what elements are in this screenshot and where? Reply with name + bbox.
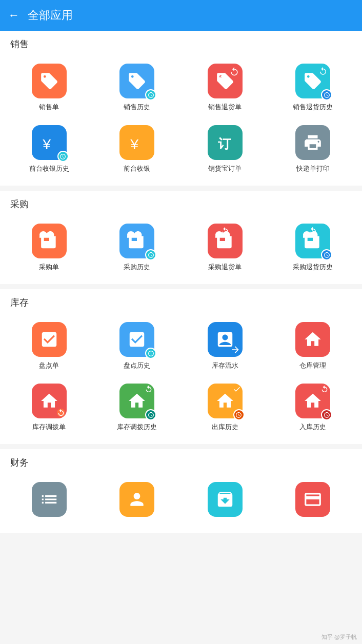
app-inventory-flow[interactable]: 库存流水 xyxy=(181,318,269,374)
app-sales-order[interactable]: 销售单 xyxy=(5,59,93,116)
app-purchase-return[interactable]: 采购退货单 xyxy=(181,219,269,276)
app-label-purchase-return-history: 采购退货历史 xyxy=(293,263,333,272)
app-label-stocktake: 盘点单 xyxy=(39,361,59,370)
section-title-inventory: 库存 xyxy=(0,289,362,313)
app-label-cashier: 前台收银 xyxy=(124,164,150,173)
app-header: ← 全部应用 xyxy=(0,0,362,31)
app-label-purchase-history: 采购历史 xyxy=(124,263,150,272)
app-label-sales-return: 销售退货单 xyxy=(208,103,242,112)
app-label-purchase-order: 采购单 xyxy=(39,263,59,272)
app-label-sales-order: 销售单 xyxy=(39,103,59,112)
app-inbound-history[interactable]: 入库历史 xyxy=(269,379,357,436)
app-sales-return-history[interactable]: 销售退货历史 xyxy=(269,59,357,116)
inventory-grid: 盘点单 盘点历史 库存流水 仓库管理 xyxy=(0,313,362,444)
app-sales-treasure[interactable]: 订 销货宝订单 xyxy=(181,121,269,177)
svg-text:+: + xyxy=(46,239,51,250)
svg-text:¥: ¥ xyxy=(130,136,139,152)
section-inventory: 库存 盘点单 盘点历史 库存流水 xyxy=(0,289,362,444)
app-label-express-print: 快递单打印 xyxy=(296,164,330,173)
app-finance-report[interactable] xyxy=(5,478,93,525)
section-title-finance: 财务 xyxy=(0,449,362,473)
app-label-stocktake-history: 盘点历史 xyxy=(124,361,150,370)
page-title: 全部应用 xyxy=(28,8,73,23)
svg-text:+: + xyxy=(134,239,139,250)
app-finance-receipt[interactable] xyxy=(269,478,357,525)
sales-grid: 销售单 销售历史 销售退货单 xyxy=(0,54,362,186)
finance-grid xyxy=(0,473,362,533)
app-transfer-order[interactable]: 库存调拨单 xyxy=(5,379,93,436)
app-label-sales-treasure: 销货宝订单 xyxy=(208,164,242,173)
section-title-purchase: 采购 xyxy=(0,191,362,214)
section-sales: 销售 销售单 销售历史 销售退货单 xyxy=(0,31,362,186)
app-stocktake-history[interactable]: 盘点历史 xyxy=(93,318,182,374)
app-cashier[interactable]: ¥ 前台收银 xyxy=(93,121,182,177)
app-label-purchase-return: 采购退货单 xyxy=(208,263,242,272)
app-label-warehouse: 仓库管理 xyxy=(299,361,326,370)
app-purchase-history[interactable]: + 采购历史 xyxy=(93,219,182,276)
app-purchase-order[interactable]: + 采购单 xyxy=(5,219,93,276)
section-title-sales: 销售 xyxy=(0,31,362,54)
app-warehouse[interactable]: 仓库管理 xyxy=(269,318,357,374)
back-button[interactable]: ← xyxy=(8,9,19,22)
app-label-inbound-history: 入库历史 xyxy=(299,422,326,432)
app-transfer-history[interactable]: 库存调拨历史 xyxy=(93,379,182,436)
app-label-sales-history: 销售历史 xyxy=(124,103,150,112)
app-label-outbound-history: 出库历史 xyxy=(212,422,238,432)
app-label-transfer-history: 库存调拨历史 xyxy=(117,422,157,432)
app-label-inventory-flow: 库存流水 xyxy=(212,361,238,370)
app-label-transfer-order: 库存调拨单 xyxy=(32,422,66,432)
app-label-sales-return-history: 销售退货历史 xyxy=(293,103,333,112)
app-finance-box[interactable] xyxy=(181,478,269,525)
app-finance-customer[interactable] xyxy=(93,478,182,525)
app-express-print[interactable]: 快递单打印 xyxy=(269,121,357,177)
watermark: 知乎 @罗子帆 xyxy=(321,633,357,641)
app-purchase-return-history[interactable]: 采购退货历史 xyxy=(269,219,357,276)
app-label-cashier-history: 前台收银历史 xyxy=(29,164,69,173)
app-sales-history[interactable]: 销售历史 xyxy=(93,59,182,116)
app-outbound-history[interactable]: 出库历史 xyxy=(181,379,269,436)
app-stocktake[interactable]: 盘点单 xyxy=(5,318,93,374)
svg-text:¥: ¥ xyxy=(42,136,51,152)
svg-text:订: 订 xyxy=(218,136,231,151)
app-sales-return[interactable]: 销售退货单 xyxy=(181,59,269,116)
section-purchase: 采购 + 采购单 + 采购历史 采购退货单 xyxy=(0,191,362,284)
purchase-grid: + 采购单 + 采购历史 采购退货单 xyxy=(0,214,362,284)
section-finance: 财务 xyxy=(0,449,362,533)
app-cashier-history[interactable]: ¥ 前台收银历史 xyxy=(5,121,93,177)
